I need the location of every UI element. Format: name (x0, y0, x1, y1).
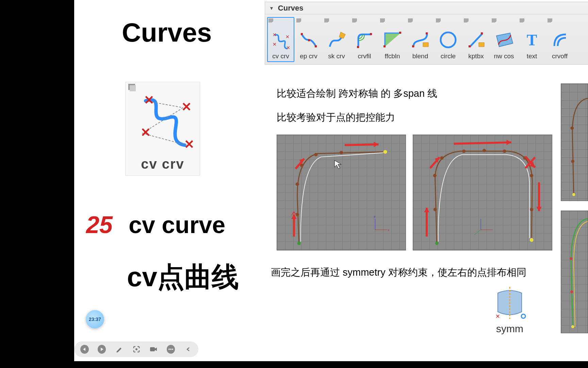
svg-text:z: z (374, 215, 375, 218)
tool-label: kptbx (468, 52, 484, 60)
svg-point-36 (383, 150, 387, 154)
tool-corner-icon (436, 18, 441, 22)
svg-point-65 (572, 193, 575, 196)
topic-name-ch: cv点曲线 (127, 259, 239, 296)
pencil-icon (115, 346, 123, 353)
toolbar-header[interactable]: ▼ Curves (265, 2, 588, 14)
tool-label: cv crv (272, 52, 289, 60)
tool-corner-icon (324, 18, 329, 22)
svg-point-69 (570, 291, 573, 293)
svg-rect-26 (469, 45, 471, 47)
big-tool-icon: ✕ ✕ ✕ ✕ cv crv (125, 82, 200, 175)
svg-point-70 (570, 257, 572, 260)
tool-corner-icon (492, 18, 496, 22)
tool-nw-cos[interactable]: nw cos (490, 17, 518, 62)
svg-text:✕: ✕ (141, 125, 151, 139)
svg-point-52 (503, 150, 506, 153)
svg-text:✕: ✕ (285, 34, 290, 40)
svg-rect-20 (399, 32, 401, 34)
cv-crv-icon: ✕✕✕✕ (270, 29, 291, 50)
svg-marker-59 (507, 140, 511, 145)
tool-corner-icon (520, 18, 524, 22)
collapse-triangle-icon[interactable]: ▼ (269, 5, 274, 11)
tool-corner-icon (464, 18, 469, 22)
blend-icon (410, 29, 431, 50)
toolbar-title: Curves (278, 4, 304, 13)
slide-content: Curves ✕ ✕ ✕ ✕ cv crv 25 cv curve cv点曲线 … (74, 0, 588, 368)
player-controls-bar (74, 341, 198, 357)
svg-point-49 (440, 156, 444, 160)
tool-crvoff[interactable]: crvoff (546, 17, 573, 62)
svg-point-32 (296, 182, 299, 186)
tool-label: ffcbln (385, 52, 400, 60)
clock-time: 23:37 (89, 317, 101, 322)
svg-rect-23 (423, 43, 428, 47)
prev-icon (82, 347, 86, 351)
tool-corner-icon (352, 18, 357, 22)
svg-rect-1 (130, 85, 136, 91)
svg-point-67 (570, 126, 574, 130)
svg-point-68 (571, 325, 574, 328)
more-button[interactable] (167, 345, 175, 354)
svg-text:x: x (388, 228, 389, 232)
svg-text:✕: ✕ (495, 313, 500, 319)
curve-example-3-partial (561, 83, 588, 201)
circle-icon (438, 29, 459, 50)
tool-corner-icon (268, 18, 273, 22)
icon-corner-marker (128, 84, 136, 92)
tool-crvfil[interactable]: crvfil (351, 17, 378, 62)
ffcbln-icon (382, 29, 403, 50)
svg-marker-40 (374, 142, 378, 147)
svg-point-66 (571, 160, 574, 163)
big-icon-label: cv crv (141, 156, 184, 172)
curve-example-2 (413, 135, 552, 250)
tool-sk-crv[interactable]: sk crv (323, 17, 350, 62)
tool-cv-crv[interactable]: ✕✕✕✕ cv crv (267, 17, 294, 62)
symm-label: symm (496, 323, 523, 335)
tool-circle[interactable]: circle (435, 17, 462, 62)
svg-point-56 (529, 238, 534, 242)
tool-ffcbln[interactable]: ffcbln (379, 17, 406, 62)
tool-label: ep crv (300, 52, 317, 60)
svg-rect-19 (383, 45, 386, 47)
tool-ep-crv[interactable]: ep crv (295, 17, 322, 62)
svg-point-54 (530, 174, 533, 177)
crvfil-icon (354, 29, 375, 50)
tool-label: crvoff (552, 52, 568, 60)
svg-point-73 (521, 314, 525, 318)
tool-label: text (527, 52, 537, 60)
clock-widget[interactable]: 23:37 (86, 310, 104, 328)
play-icon (100, 347, 104, 351)
svg-line-64 (474, 230, 481, 235)
prev-button[interactable] (80, 345, 89, 354)
crvoff-icon (549, 29, 570, 50)
focus-button[interactable] (132, 345, 141, 354)
svg-rect-22 (426, 32, 428, 34)
camera-button[interactable] (149, 345, 158, 354)
svg-point-47 (434, 208, 437, 211)
collapse-button[interactable] (184, 345, 192, 354)
toolbar-buttons-row: ✕✕✕✕ cv crv ep crv sk crv (265, 14, 588, 65)
play-button[interactable] (98, 345, 106, 354)
tool-text[interactable]: T text (518, 17, 545, 62)
svg-text:T: T (527, 31, 537, 49)
sk-crv-icon (326, 29, 347, 50)
svg-point-81 (172, 349, 173, 350)
svg-point-50 (462, 150, 466, 153)
tool-label: blend (412, 52, 428, 60)
svg-rect-14 (308, 39, 310, 41)
svg-point-46 (435, 242, 439, 245)
cv-crv-big-icon: ✕ ✕ ✕ ✕ (130, 86, 195, 154)
edit-button[interactable] (115, 345, 123, 354)
tool-corner-icon (296, 18, 301, 22)
svg-rect-77 (150, 347, 155, 351)
svg-text:✕: ✕ (273, 32, 277, 37)
symm-tool-icon: ✕ symm (491, 286, 528, 335)
svg-point-24 (441, 32, 456, 47)
page-title: Curves (122, 17, 212, 48)
svg-point-79 (168, 349, 170, 350)
tool-kptbx[interactable]: kptbx (462, 17, 490, 62)
tool-blend[interactable]: blend (407, 17, 434, 62)
curve-example-4-partial (561, 211, 588, 333)
bottom-black-bar (0, 361, 588, 368)
